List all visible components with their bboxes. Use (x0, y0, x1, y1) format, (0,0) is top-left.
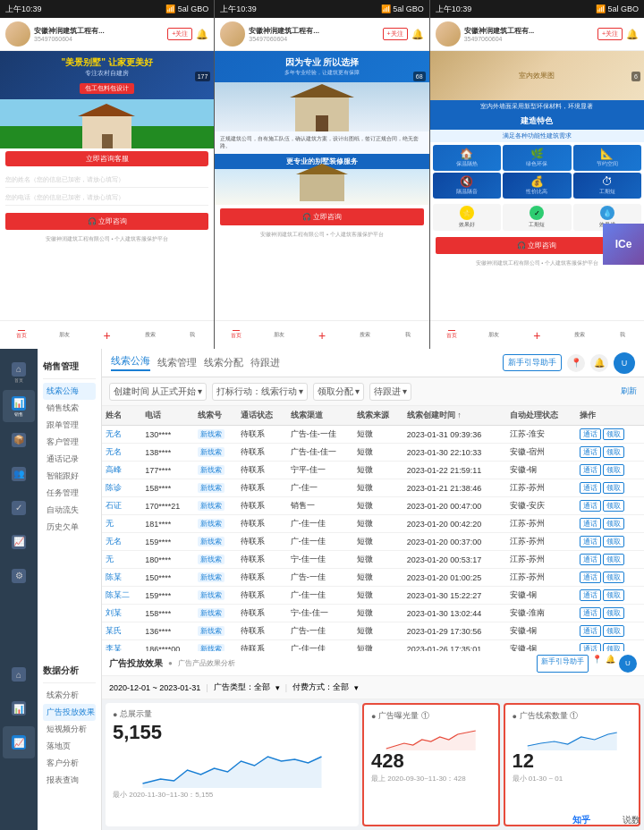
analytics-nav-video[interactable]: 短视频分析 (43, 721, 96, 738)
analytics-nav-report[interactable]: 报表查询 (43, 772, 96, 789)
crm-tab-manage[interactable]: 线索管理 (157, 356, 197, 369)
row-name-4[interactable]: 陈诊 (106, 483, 122, 492)
analytics-guide-btn[interactable]: 新手引导助手 (537, 655, 589, 673)
analytics-nav-clue[interactable]: 线索分析 (43, 687, 96, 704)
sidebar-task[interactable]: ✓ (3, 492, 35, 524)
nav-home-3[interactable]: 首页 (430, 321, 473, 349)
take-btn-1[interactable]: 领取 (603, 428, 624, 440)
nav-friends-2[interactable]: 朋友 (258, 321, 301, 349)
follow-btn-1[interactable]: +关注 (167, 28, 192, 40)
notification-icon[interactable]: 🔔 (590, 354, 608, 372)
user-avatar[interactable]: U (614, 352, 635, 374)
take-btn-5[interactable]: 领取 (603, 500, 624, 512)
row-name-5[interactable]: 石证 (106, 501, 122, 510)
analytics-sidebar-chart[interactable]: 📊 (3, 692, 35, 724)
row-name-6[interactable]: 无 (106, 519, 114, 528)
call-btn-3[interactable]: 通话 (580, 464, 601, 476)
analytics-sidebar-data[interactable]: 📈 (3, 726, 35, 758)
call-btn-5[interactable]: 通话 (580, 500, 601, 512)
take-btn-10[interactable]: 领取 (603, 589, 624, 601)
nav-item-clues-sea[interactable]: 线索公海 (43, 383, 96, 400)
take-btn-6[interactable]: 领取 (603, 518, 624, 529)
take-btn-3[interactable]: 领取 (603, 464, 624, 476)
nav-me-1[interactable]: 我 (171, 321, 214, 349)
consult-btn-1[interactable]: 🎧 立即咨询 (5, 213, 208, 230)
filter-action[interactable]: 打标行动：线索行动 ▾ (212, 383, 308, 401)
nav-item-smart[interactable]: 智能跟好 (43, 468, 96, 485)
cta-btn-1[interactable]: 立即咨询客服 (5, 151, 208, 166)
take-btn-9[interactable]: 领取 (603, 572, 624, 583)
call-btn-2[interactable]: 通话 (580, 446, 601, 458)
sidebar-settings[interactable]: ⚙ (3, 560, 35, 592)
row-name-7[interactable]: 无名 (106, 537, 122, 546)
nav-search-2[interactable]: 搜索 (343, 321, 386, 349)
crm-active-tab[interactable]: 线索公海 (111, 354, 150, 371)
sidebar-product[interactable]: 📦 (3, 424, 35, 456)
row-name-3[interactable]: 高峰 (106, 465, 122, 474)
call-btn-1[interactable]: 通话 (580, 428, 601, 440)
call-btn-9[interactable]: 通话 (580, 572, 601, 583)
nav-item-customers[interactable]: 客户管理 (43, 434, 96, 451)
nav-search-3[interactable]: 搜索 (558, 321, 601, 349)
take-btn-2[interactable]: 领取 (603, 446, 624, 458)
analytics-avatar[interactable]: U (619, 655, 637, 673)
analytics-nav-landing[interactable]: 落地页 (43, 738, 96, 755)
take-btn-4[interactable]: 领取 (603, 482, 624, 494)
filter-time[interactable]: 创建时间 从正式开始 ▾ (109, 383, 207, 401)
analytics-notification-icon[interactable]: 🔔 (606, 655, 615, 673)
nav-item-calls[interactable]: 通话记录 (43, 451, 96, 468)
nav-friends-3[interactable]: 朋友 (473, 321, 516, 349)
nav-search-1[interactable]: 搜索 (129, 321, 172, 349)
nav-item-sales-clues[interactable]: 销售线索 (43, 400, 96, 417)
analytics-nav-ad[interactable]: 广告投放效果 (43, 704, 96, 721)
nav-home-1[interactable]: 首页 (0, 321, 43, 349)
row-name-12[interactable]: 某氏 (106, 626, 122, 635)
nav-item-auto[interactable]: 自动流失 (43, 502, 96, 519)
row-name-11[interactable]: 刘某 (106, 608, 122, 617)
call-btn-10[interactable]: 通话 (580, 589, 601, 601)
nav-plus-1[interactable]: + (86, 321, 129, 349)
nav-friends-1[interactable]: 朋友 (43, 321, 86, 349)
sidebar-customer[interactable]: 👥 (3, 458, 35, 490)
nav-me-2[interactable]: 我 (386, 321, 429, 349)
nav-item-history[interactable]: 历史欠单 (43, 519, 96, 536)
new-guide-btn[interactable]: 新手引导助手 (503, 354, 562, 371)
nav-plus-3[interactable]: + (515, 321, 558, 349)
nav-me-3[interactable]: 我 (601, 321, 644, 349)
row-name-9[interactable]: 陈某 (106, 572, 122, 581)
sidebar-report[interactable]: 📈 (3, 526, 35, 558)
consult-btn-2[interactable]: 🎧 立即咨询 (220, 208, 423, 225)
take-btn-8[interactable]: 领取 (603, 554, 624, 565)
take-btn-12[interactable]: 领取 (603, 625, 624, 637)
analytics-nav-customer[interactable]: 客户分析 (43, 755, 96, 772)
refresh-btn[interactable]: 刷新 (621, 385, 637, 397)
analytics-location-icon[interactable]: 📍 (592, 655, 602, 673)
take-btn-7[interactable]: 领取 (603, 536, 624, 547)
call-btn-12[interactable]: 通话 (580, 625, 601, 637)
call-btn-6[interactable]: 通话 (580, 518, 601, 529)
call-btn-4[interactable]: 通话 (580, 482, 601, 494)
crm-tab-distribute[interactable]: 线索分配 (204, 356, 243, 369)
location-icon[interactable]: 📍 (567, 354, 585, 372)
filter-pending[interactable]: 待跟进 ▾ (369, 383, 411, 401)
nav-item-tasks[interactable]: 任务管理 (43, 485, 96, 502)
form-name-1[interactable]: 您的姓名（您的信息已加密，请放心填写） (5, 173, 208, 188)
row-name-10[interactable]: 陈某二 (106, 590, 130, 599)
nav-home-2[interactable]: 首页 (215, 321, 258, 349)
take-btn-11[interactable]: 领取 (603, 607, 624, 619)
call-btn-8[interactable]: 通话 (580, 554, 601, 565)
call-btn-11[interactable]: 通话 (580, 607, 601, 619)
call-btn-7[interactable]: 通话 (580, 536, 601, 547)
form-phone-1[interactable]: 您的电话（您的信息已加密，请放心填写） (5, 191, 208, 206)
sidebar-home[interactable]: ⌂ 首页 (3, 356, 35, 388)
nav-plus-2[interactable]: + (301, 321, 343, 349)
row-name-2[interactable]: 无名 (106, 447, 122, 456)
analytics-sidebar-home[interactable]: ⌂ (3, 658, 35, 690)
row-name-1[interactable]: 无名 (106, 429, 122, 438)
nav-item-follow[interactable]: 跟单管理 (43, 417, 96, 434)
follow-btn-2[interactable]: +关注 (383, 28, 408, 40)
crm-tab-pending[interactable]: 待跟进 (250, 356, 280, 369)
row-name-8[interactable]: 无 (106, 555, 114, 563)
filter-assign[interactable]: 领取分配 ▾ (313, 383, 364, 401)
follow-btn-3[interactable]: +关注 (597, 28, 623, 40)
